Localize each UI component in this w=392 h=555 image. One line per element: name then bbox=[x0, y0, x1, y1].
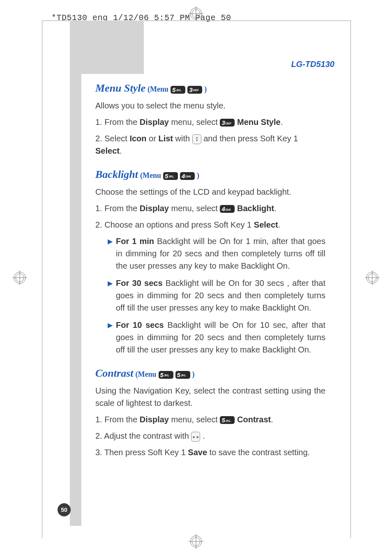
step-3: 3. Then press Soft Key 1 Save to save th… bbox=[95, 446, 325, 458]
menu-open-paren: (Menu bbox=[140, 171, 161, 180]
section-contrast: Contrast (Menu 5JKL 5JKL ) Using the Nav… bbox=[95, 367, 325, 458]
menu-close-paren: ) bbox=[197, 171, 199, 180]
page-content: Menu Style (Menu 5JKL 3DEF ) Allows you … bbox=[95, 82, 325, 470]
key-4-icon: 4GHI bbox=[220, 205, 235, 213]
registration-mark-right bbox=[365, 270, 380, 285]
trim-line-left bbox=[42, 21, 42, 538]
intro-text: Using the Navigation Key, select the con… bbox=[95, 385, 325, 409]
registration-mark-bottom bbox=[189, 534, 203, 549]
model-label: LG-TD5130 bbox=[291, 60, 334, 69]
title-text: Menu Style bbox=[95, 82, 145, 94]
heading-backlight: Backlight (Menu 5JKL 4GHI ) bbox=[95, 168, 325, 181]
key-5-icon: 5JKL bbox=[175, 371, 190, 379]
nav-updown-icon bbox=[192, 134, 201, 144]
nav-leftright-icon bbox=[191, 432, 200, 442]
registration-mark-top bbox=[189, 6, 203, 21]
intro-text: Allows you to select the menu style. bbox=[95, 99, 325, 112]
key-4-icon: 4GHI bbox=[180, 172, 195, 180]
step-2: 2. Select Icon or List with and then pre… bbox=[95, 132, 325, 157]
section-menu-style: Menu Style (Menu 5JKL 3DEF ) Allows you … bbox=[95, 82, 325, 157]
key-3-icon: 3DEF bbox=[187, 86, 202, 94]
list-item: ▶ For 1 min Backlight will be On for 1 m… bbox=[108, 235, 325, 272]
step-2: 2. Choose an options and press Soft Key … bbox=[95, 219, 325, 231]
bullet-arrow-icon: ▶ bbox=[108, 237, 113, 272]
menu-open-paren: (Menu bbox=[148, 85, 168, 93]
trim-line-right bbox=[350, 21, 351, 538]
title-text: Backlight bbox=[95, 168, 138, 180]
menu-close-paren: ) bbox=[204, 85, 207, 93]
bullet-arrow-icon: ▶ bbox=[108, 279, 113, 314]
list-item: ▶ For 10 secs Backlight will be On for 1… bbox=[108, 319, 325, 356]
menu-open-paren: (Menu bbox=[136, 370, 157, 378]
key-3-icon: 3DEF bbox=[220, 119, 235, 127]
key-5-icon: 5JKL bbox=[163, 172, 178, 180]
step-1: 1. From the Display menu, select 5JKL Co… bbox=[95, 413, 325, 426]
page-number: 50 bbox=[58, 503, 71, 516]
key-5-icon: 5JKL bbox=[159, 371, 173, 379]
section-backlight: Backlight (Menu 5JKL 4GHI ) Choose the s… bbox=[95, 168, 325, 356]
list-item: ▶ For 30 secs Backlight will be On for 3… bbox=[108, 277, 325, 314]
step-1: 1. From the Display menu, select 3DEF Me… bbox=[95, 116, 325, 128]
intro-text: Choose the settings of the LCD and keypa… bbox=[95, 186, 325, 198]
decorative-grey-sidebar bbox=[70, 21, 81, 526]
step-1: 1. From the Display menu, select 4GHI Ba… bbox=[95, 202, 325, 214]
bullet-arrow-icon: ▶ bbox=[108, 320, 113, 356]
menu-close-paren: ) bbox=[192, 370, 195, 378]
step-2: 2. Adjust the contrast with . bbox=[95, 430, 325, 442]
registration-mark-left bbox=[12, 270, 27, 285]
title-text: Contrast bbox=[95, 367, 134, 379]
key-5-icon: 5JKL bbox=[171, 86, 185, 94]
key-5-icon: 5JKL bbox=[220, 416, 235, 424]
heading-contrast: Contrast (Menu 5JKL 5JKL ) bbox=[95, 367, 325, 380]
heading-menu-style: Menu Style (Menu 5JKL 3DEF ) bbox=[95, 82, 325, 94]
